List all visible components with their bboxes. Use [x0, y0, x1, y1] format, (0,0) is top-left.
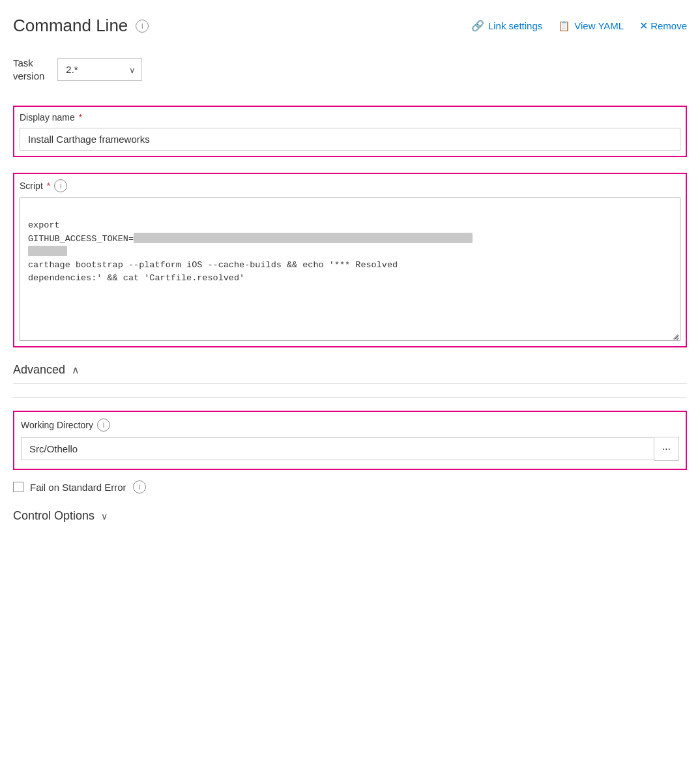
display-name-input[interactable]: [20, 128, 680, 151]
working-directory-input[interactable]: [21, 437, 654, 460]
page-header: Command Line i 🔗 Link settings 📋 View YA…: [13, 16, 687, 36]
display-name-label: Display name *: [20, 112, 680, 123]
view-yaml-button[interactable]: 📋 View YAML: [558, 20, 624, 32]
link-settings-label: Link settings: [488, 20, 542, 31]
fail-on-standard-error-row: Fail on Standard Error i: [13, 480, 687, 493]
advanced-section: Advanced ∧ Working Directory i ··· Fail …: [13, 363, 687, 493]
script-section: Script * i export GITHUB_ACCESS_TOKEN= c…: [13, 173, 687, 347]
control-options-header[interactable]: Control Options ∨: [13, 509, 687, 523]
advanced-title: Advanced: [13, 363, 65, 377]
script-resize-handle[interactable]: ◢: [671, 331, 680, 340]
x-icon: ✕: [639, 20, 648, 32]
title-info-icon[interactable]: i: [136, 20, 149, 33]
fail-on-standard-error-label: Fail on Standard Error: [30, 482, 126, 493]
control-options-chevron-icon: ∨: [101, 511, 108, 522]
working-directory-section: Working Directory i ···: [13, 411, 687, 470]
token-blurred2: [28, 246, 67, 256]
link-settings-button[interactable]: 🔗 Link settings: [471, 20, 542, 32]
token-blurred: [134, 233, 473, 243]
script-textarea[interactable]: export GITHUB_ACCESS_TOKEN= carthage boo…: [20, 198, 680, 341]
advanced-chevron-icon: ∧: [72, 364, 80, 376]
working-directory-label: Working Directory i: [21, 419, 679, 432]
task-version-select[interactable]: 2.* 1.* 0.*: [57, 58, 142, 81]
header-actions: 🔗 Link settings 📋 View YAML ✕ Remove: [471, 20, 687, 32]
yaml-icon: 📋: [558, 20, 570, 32]
task-version-label: Task version: [13, 57, 44, 82]
fail-on-standard-error-info-icon[interactable]: i: [133, 480, 146, 493]
remove-label: Remove: [650, 20, 687, 31]
script-line1: export GITHUB_ACCESS_TOKEN= carthage boo…: [28, 220, 473, 283]
advanced-divider: [13, 397, 687, 398]
script-info-icon[interactable]: i: [54, 179, 67, 192]
control-options-title: Control Options: [13, 509, 95, 523]
script-label: Script * i: [20, 179, 680, 192]
working-dir-info-icon[interactable]: i: [97, 419, 110, 432]
script-content: export GITHUB_ACCESS_TOKEN= carthage boo…: [28, 206, 672, 299]
view-yaml-label: View YAML: [574, 20, 624, 31]
remove-button[interactable]: ✕ Remove: [639, 20, 687, 32]
script-required: *: [47, 181, 50, 191]
working-dir-input-row: ···: [21, 437, 679, 461]
display-name-section: Display name *: [13, 106, 687, 157]
page-title: Command Line: [13, 16, 128, 36]
display-name-required: *: [79, 112, 82, 123]
version-select-wrapper: 2.* 1.* 0.* ∨: [57, 58, 142, 81]
task-version-row: Task version 2.* 1.* 0.* ∨: [13, 57, 687, 82]
advanced-header[interactable]: Advanced ∧: [13, 363, 687, 384]
fail-on-standard-error-checkbox[interactable]: [13, 482, 23, 492]
link-icon: 🔗: [471, 20, 484, 32]
working-dir-browse-button[interactable]: ···: [654, 437, 679, 461]
